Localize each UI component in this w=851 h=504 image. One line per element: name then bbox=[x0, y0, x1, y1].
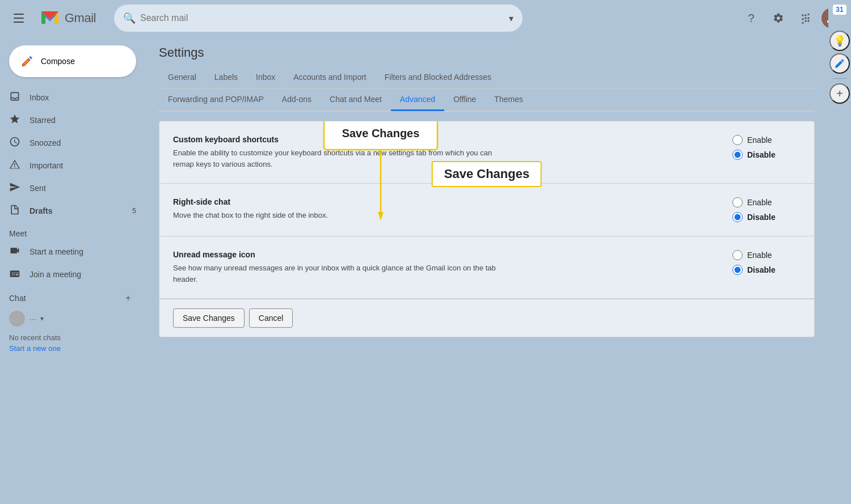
sidebar-item-important[interactable]: Important bbox=[0, 154, 145, 177]
rightchat-disable-option[interactable]: Disable bbox=[732, 212, 776, 222]
tab-inbox[interactable]: Inbox bbox=[247, 67, 284, 89]
unread-enable-label: Enable bbox=[747, 251, 772, 260]
sidebar-item-inbox[interactable]: Inbox bbox=[0, 86, 145, 109]
topbar: Gmail 🔍 ▾ ? 31 💡 bbox=[0, 0, 851, 36]
main-layout: Compose Inbox Starred Snoozed Importan bbox=[0, 36, 851, 504]
rightchat-options: Enable Disable bbox=[732, 197, 801, 222]
star-icon bbox=[9, 113, 20, 128]
settings-tabs-row2: Forwarding and POP/IMAP Add-ons Chat and… bbox=[159, 89, 815, 111]
keyboard-disable-label: Disable bbox=[747, 150, 776, 159]
sidebar-item-starred[interactable]: Starred bbox=[0, 109, 145, 132]
keyboard-icon bbox=[9, 268, 20, 281]
tab-chat[interactable]: Chat and Meet bbox=[321, 89, 391, 111]
chat-header-label: Chat bbox=[9, 294, 26, 303]
gmail-logo[interactable]: Gmail bbox=[39, 7, 96, 29]
keyboard-enable-option[interactable]: Enable bbox=[732, 135, 772, 145]
chat-section: Chat + ··· ▾ No recent chats Start a new… bbox=[0, 286, 145, 357]
chat-username: ··· bbox=[30, 315, 36, 323]
unread-disable-option[interactable]: Disable bbox=[732, 265, 776, 275]
rightchat-desc: Right-side chat Move the chat box to the… bbox=[173, 197, 723, 221]
unread-enable-radio[interactable] bbox=[732, 250, 743, 260]
apps-button[interactable] bbox=[794, 7, 817, 29]
snoozed-icon bbox=[9, 136, 20, 150]
tab-advanced[interactable]: Advanced bbox=[391, 89, 444, 111]
important-label: Important bbox=[30, 161, 136, 170]
keyboard-disable-option[interactable]: Disable bbox=[732, 150, 776, 160]
gear-icon bbox=[773, 12, 784, 24]
grid-icon bbox=[800, 12, 811, 24]
chat-user-row: ··· ▾ bbox=[9, 311, 136, 327]
rightchat-enable-radio[interactable] bbox=[732, 197, 743, 207]
keyboard-title: Custom keyboard shortcuts bbox=[173, 135, 723, 144]
tab-general[interactable]: General bbox=[159, 67, 205, 89]
edit-icon bbox=[834, 58, 845, 69]
drafts-count: 5 bbox=[132, 207, 136, 215]
keyboard-options: Enable Disable bbox=[732, 135, 801, 160]
tab-addons[interactable]: Add-ons bbox=[273, 89, 321, 111]
gmail-text: Gmail bbox=[65, 11, 96, 26]
rightchat-title: Right-side chat bbox=[173, 197, 723, 206]
inbox-icon bbox=[9, 91, 20, 105]
tab-forwarding[interactable]: Forwarding and POP/IMAP bbox=[159, 89, 273, 111]
rightchat-enable-label: Enable bbox=[747, 198, 772, 207]
tab-offline[interactable]: Offline bbox=[444, 89, 485, 111]
tab-accounts[interactable]: Accounts and Import bbox=[284, 67, 375, 89]
hamburger-icon bbox=[14, 11, 27, 25]
sidebar: Compose Inbox Starred Snoozed Importan bbox=[0, 36, 145, 504]
settings-section-rightchat: Save Changes Right-side chat Move the ch… bbox=[159, 184, 814, 236]
unread-disable-radio[interactable] bbox=[732, 265, 743, 275]
compose-plus-icon bbox=[20, 54, 34, 68]
cancel-button[interactable]: Cancel bbox=[249, 308, 293, 328]
sidebar-item-join-meeting[interactable]: Join a meeting bbox=[0, 263, 145, 286]
unread-enable-option[interactable]: Enable bbox=[732, 250, 772, 260]
unread-disable-label: Disable bbox=[747, 265, 776, 274]
start-meeting-label: Start a meeting bbox=[30, 247, 83, 256]
rightchat-disable-radio[interactable] bbox=[732, 212, 743, 222]
important-icon bbox=[9, 159, 20, 173]
search-input[interactable] bbox=[140, 13, 504, 23]
sidebar-item-start-meeting[interactable]: Start a meeting bbox=[0, 240, 145, 263]
rightchat-enable-option[interactable]: Enable bbox=[732, 197, 772, 207]
inbox-label: Inbox bbox=[30, 93, 136, 102]
plus-button[interactable]: + bbox=[829, 83, 850, 104]
right-sidebar: 31 💡 + bbox=[828, 0, 851, 504]
search-dropdown-icon[interactable]: ▾ bbox=[509, 13, 513, 24]
keyboard-enable-radio[interactable] bbox=[732, 135, 743, 145]
sidebar-item-drafts[interactable]: Drafts 5 bbox=[0, 200, 145, 222]
rightchat-disable-label: Disable bbox=[747, 213, 776, 222]
keyboard-enable-label: Enable bbox=[747, 135, 772, 145]
sidebar-item-sent[interactable]: Sent bbox=[0, 177, 145, 200]
add-chat-button[interactable]: + bbox=[120, 290, 136, 306]
sidebar-divider bbox=[833, 78, 846, 79]
unread-title: Unread message icon bbox=[173, 250, 723, 259]
chat-dropdown-icon[interactable]: ▾ bbox=[40, 315, 44, 323]
edit-button[interactable] bbox=[829, 53, 850, 74]
meet-header: Meet bbox=[0, 222, 145, 240]
settings-title: Settings bbox=[159, 45, 815, 60]
hamburger-button[interactable] bbox=[9, 7, 32, 29]
chat-start-new-link[interactable]: Start a new one bbox=[9, 344, 136, 353]
settings-button[interactable] bbox=[767, 7, 790, 29]
topbar-right: ? bbox=[740, 7, 842, 29]
help-button[interactable]: ? bbox=[740, 7, 762, 29]
compose-button[interactable]: Compose bbox=[9, 45, 136, 77]
tab-filters[interactable]: Filters and Blocked Addresses bbox=[376, 67, 500, 89]
bottom-actions: Save Changes Cancel bbox=[159, 299, 814, 337]
save-callout-popup: Save Changes bbox=[432, 161, 542, 187]
lightbulb-button[interactable]: 💡 bbox=[829, 31, 850, 51]
settings-content-box: Custom keyboard shortcuts Enable the abi… bbox=[159, 121, 815, 337]
sidebar-item-snoozed[interactable]: Snoozed bbox=[0, 132, 145, 154]
chat-avatar bbox=[9, 311, 25, 327]
starred-label: Starred bbox=[30, 116, 136, 125]
chat-header: Chat + bbox=[9, 290, 136, 306]
sent-icon bbox=[9, 181, 20, 196]
settings-tabs-divider: General Labels Inbox Accounts and Import… bbox=[159, 67, 815, 112]
keyboard-disable-radio[interactable] bbox=[732, 150, 743, 160]
unread-options: Enable Disable bbox=[732, 250, 801, 275]
tab-themes[interactable]: Themes bbox=[485, 89, 532, 111]
save-button[interactable]: Save Changes bbox=[173, 308, 245, 328]
calendar-badge[interactable]: 31 bbox=[833, 5, 846, 15]
gmail-m-icon bbox=[39, 7, 61, 29]
sent-label: Sent bbox=[30, 184, 136, 193]
tab-labels[interactable]: Labels bbox=[205, 67, 247, 89]
